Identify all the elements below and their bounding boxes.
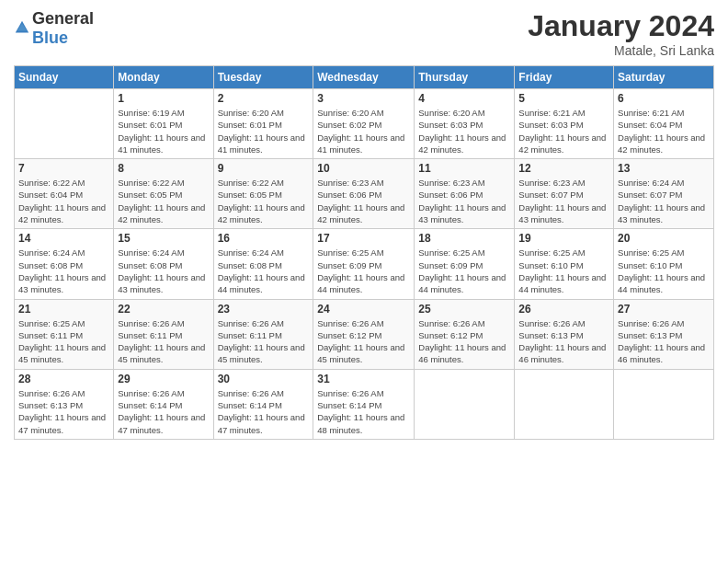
day-number: 7 xyxy=(18,162,109,175)
day-info: Sunrise: 6:25 AMSunset: 6:09 PMDaylight:… xyxy=(317,247,410,295)
table-row: 19Sunrise: 6:25 AMSunset: 6:10 PMDayligh… xyxy=(515,229,614,299)
day-number: 12 xyxy=(518,162,609,175)
day-number: 9 xyxy=(218,162,310,175)
day-number: 11 xyxy=(418,162,510,175)
day-info: Sunrise: 6:25 AMSunset: 6:11 PMDaylight:… xyxy=(18,317,109,366)
day-number: 1 xyxy=(118,92,209,105)
table-row: 18Sunrise: 6:25 AMSunset: 6:09 PMDayligh… xyxy=(415,229,515,299)
day-info: Sunrise: 6:23 AMSunset: 6:07 PMDaylight:… xyxy=(518,177,609,225)
day-info: Sunrise: 6:26 AMSunset: 6:11 PMDaylight:… xyxy=(218,317,310,366)
table-row: 25Sunrise: 6:26 AMSunset: 6:12 PMDayligh… xyxy=(415,299,515,369)
day-number: 31 xyxy=(317,373,410,385)
day-number: 22 xyxy=(118,303,209,316)
title-section: January 2024 Matale, Sri Lanka xyxy=(528,9,714,58)
day-info: Sunrise: 6:20 AMSunset: 6:03 PMDaylight:… xyxy=(418,107,510,155)
subtitle: Matale, Sri Lanka xyxy=(528,43,714,58)
day-number: 18 xyxy=(418,232,510,245)
table-row: 14Sunrise: 6:24 AMSunset: 6:08 PMDayligh… xyxy=(15,229,114,299)
day-number: 4 xyxy=(418,92,510,105)
table-row: 3Sunrise: 6:20 AMSunset: 6:02 PMDaylight… xyxy=(313,89,415,159)
header-tuesday: Tuesday xyxy=(213,66,313,89)
day-info: Sunrise: 6:19 AMSunset: 6:01 PMDaylight:… xyxy=(118,107,209,155)
day-info: Sunrise: 6:25 AMSunset: 6:09 PMDaylight:… xyxy=(418,247,510,295)
table-row xyxy=(415,369,515,439)
day-number: 6 xyxy=(618,92,710,105)
day-number: 28 xyxy=(18,373,109,385)
table-row: 30Sunrise: 6:26 AMSunset: 6:14 PMDayligh… xyxy=(213,369,313,439)
calendar-week-row: 14Sunrise: 6:24 AMSunset: 6:08 PMDayligh… xyxy=(15,229,714,299)
day-number: 24 xyxy=(317,303,410,316)
logo-blue: Blue xyxy=(32,29,68,47)
day-info: Sunrise: 6:26 AMSunset: 6:13 PMDaylight:… xyxy=(618,317,710,366)
day-number: 29 xyxy=(118,373,209,385)
day-info: Sunrise: 6:26 AMSunset: 6:11 PMDaylight:… xyxy=(118,317,209,366)
day-info: Sunrise: 6:24 AMSunset: 6:08 PMDaylight:… xyxy=(118,247,209,295)
table-row: 6Sunrise: 6:21 AMSunset: 6:04 PMDaylight… xyxy=(614,89,714,159)
day-number: 8 xyxy=(118,162,209,175)
day-number: 25 xyxy=(418,303,510,316)
table-row: 5Sunrise: 6:21 AMSunset: 6:03 PMDaylight… xyxy=(515,89,614,159)
day-number: 26 xyxy=(518,303,609,316)
day-number: 21 xyxy=(18,303,109,316)
day-info: Sunrise: 6:20 AMSunset: 6:01 PMDaylight:… xyxy=(218,107,310,155)
day-info: Sunrise: 6:26 AMSunset: 6:14 PMDaylight:… xyxy=(218,387,310,436)
day-number: 10 xyxy=(317,162,410,175)
day-number: 27 xyxy=(618,303,710,316)
table-row: 23Sunrise: 6:26 AMSunset: 6:11 PMDayligh… xyxy=(213,299,313,369)
calendar-header-row: Sunday Monday Tuesday Wednesday Thursday… xyxy=(15,66,714,89)
day-info: Sunrise: 6:26 AMSunset: 6:12 PMDaylight:… xyxy=(418,317,510,366)
table-row: 31Sunrise: 6:26 AMSunset: 6:14 PMDayligh… xyxy=(313,369,415,439)
header-monday: Monday xyxy=(114,66,213,89)
header: General Blue January 2024 Matale, Sri La… xyxy=(14,9,714,58)
logo-general: General xyxy=(32,9,94,28)
table-row: 4Sunrise: 6:20 AMSunset: 6:03 PMDaylight… xyxy=(415,89,515,159)
day-info: Sunrise: 6:26 AMSunset: 6:13 PMDaylight:… xyxy=(518,317,609,366)
calendar-container: General Blue January 2024 Matale, Sri La… xyxy=(0,0,728,449)
day-info: Sunrise: 6:25 AMSunset: 6:10 PMDaylight:… xyxy=(518,247,609,295)
table-row: 28Sunrise: 6:26 AMSunset: 6:13 PMDayligh… xyxy=(15,369,114,439)
day-info: Sunrise: 6:22 AMSunset: 6:05 PMDaylight:… xyxy=(218,177,310,225)
calendar-table: Sunday Monday Tuesday Wednesday Thursday… xyxy=(14,65,714,440)
table-row: 17Sunrise: 6:25 AMSunset: 6:09 PMDayligh… xyxy=(313,229,415,299)
calendar-week-row: 7Sunrise: 6:22 AMSunset: 6:04 PMDaylight… xyxy=(15,159,714,229)
logo: General Blue xyxy=(14,9,94,48)
header-sunday: Sunday xyxy=(15,66,114,89)
day-number: 19 xyxy=(518,232,609,245)
table-row: 24Sunrise: 6:26 AMSunset: 6:12 PMDayligh… xyxy=(313,299,415,369)
day-info: Sunrise: 6:22 AMSunset: 6:04 PMDaylight:… xyxy=(18,177,109,225)
table-row: 26Sunrise: 6:26 AMSunset: 6:13 PMDayligh… xyxy=(515,299,614,369)
day-info: Sunrise: 6:20 AMSunset: 6:02 PMDaylight:… xyxy=(317,107,410,155)
day-number: 5 xyxy=(518,92,609,105)
day-number: 14 xyxy=(18,232,109,245)
day-info: Sunrise: 6:26 AMSunset: 6:14 PMDaylight:… xyxy=(118,387,209,436)
day-info: Sunrise: 6:22 AMSunset: 6:05 PMDaylight:… xyxy=(118,177,209,225)
table-row xyxy=(515,369,614,439)
day-info: Sunrise: 6:26 AMSunset: 6:13 PMDaylight:… xyxy=(18,387,109,436)
table-row xyxy=(15,89,114,159)
header-thursday: Thursday xyxy=(415,66,515,89)
day-info: Sunrise: 6:21 AMSunset: 6:04 PMDaylight:… xyxy=(618,107,710,155)
calendar-week-row: 21Sunrise: 6:25 AMSunset: 6:11 PMDayligh… xyxy=(15,299,714,369)
day-number: 2 xyxy=(218,92,310,105)
day-number: 30 xyxy=(218,373,310,385)
logo-text: General Blue xyxy=(32,9,94,48)
day-info: Sunrise: 6:24 AMSunset: 6:08 PMDaylight:… xyxy=(218,247,310,295)
main-title: January 2024 xyxy=(528,9,714,43)
logo-icon xyxy=(14,19,30,36)
table-row: 15Sunrise: 6:24 AMSunset: 6:08 PMDayligh… xyxy=(114,229,213,299)
day-number: 16 xyxy=(218,232,310,245)
header-wednesday: Wednesday xyxy=(313,66,415,89)
header-friday: Friday xyxy=(515,66,614,89)
table-row: 10Sunrise: 6:23 AMSunset: 6:06 PMDayligh… xyxy=(313,159,415,229)
day-info: Sunrise: 6:21 AMSunset: 6:03 PMDaylight:… xyxy=(518,107,609,155)
calendar-week-row: 28Sunrise: 6:26 AMSunset: 6:13 PMDayligh… xyxy=(15,369,714,439)
day-number: 13 xyxy=(618,162,710,175)
day-number: 15 xyxy=(118,232,209,245)
table-row: 22Sunrise: 6:26 AMSunset: 6:11 PMDayligh… xyxy=(114,299,213,369)
day-number: 17 xyxy=(317,232,410,245)
day-info: Sunrise: 6:23 AMSunset: 6:06 PMDaylight:… xyxy=(418,177,510,225)
day-info: Sunrise: 6:26 AMSunset: 6:12 PMDaylight:… xyxy=(317,317,410,366)
table-row: 21Sunrise: 6:25 AMSunset: 6:11 PMDayligh… xyxy=(15,299,114,369)
table-row xyxy=(614,369,714,439)
table-row: 7Sunrise: 6:22 AMSunset: 6:04 PMDaylight… xyxy=(15,159,114,229)
